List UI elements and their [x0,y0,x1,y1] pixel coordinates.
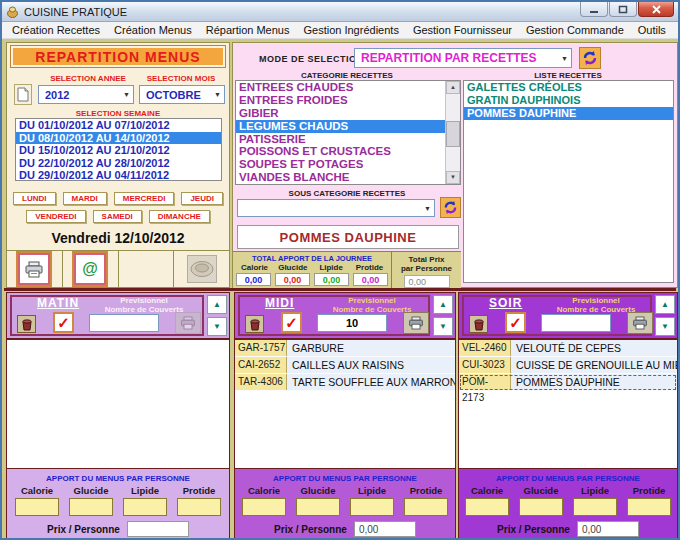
soir-delete-button[interactable] [469,315,488,333]
mois-select[interactable]: OCTOBRE ▼ [139,85,225,104]
spin-down-icon[interactable]: ▼ [433,317,453,336]
day-button-mercredi[interactable]: MERCREDI [114,192,175,205]
day-button-jeudi[interactable]: JEUDI [181,192,223,205]
soir-validate-checkbox[interactable]: ✓ [505,312,526,333]
refresh-sous-categorie-button[interactable] [440,197,461,218]
menu-row[interactable]: GAR-1757 GARBURE [235,340,455,357]
mode-select[interactable]: REPARTITION PAR RECETTES ▼ [354,48,572,68]
day-button-dimanche[interactable]: DIMANCHE [149,210,210,223]
recette-item[interactable]: GRATIN DAUPHINOIS [464,94,673,107]
selection-area: MODE DE SELECTION REPARTITION PAR RECETT… [232,42,678,288]
recipe-name: TARTE SOUFFLEE AUX MARRONS [287,374,455,390]
week-item[interactable]: DU 15/10/2012 AU 21/10/2012 [16,144,221,157]
menu-row[interactable]: CUI-3023 CUISSE DE GRENOUILLE AU MIEL [459,357,677,374]
midi-validate-checkbox[interactable]: ✓ [281,312,302,333]
sous-categorie-label: SOUS CATEGORIE RECETTES [233,189,461,198]
mode-label: MODE DE SELECTION [259,54,364,64]
menu-gestion-commande[interactable]: Gestion Commande [519,23,631,37]
spin-up-icon[interactable]: ▲ [207,295,227,314]
midi-header: MIDI Previsionnel Nombre de Couverts ✓ [235,293,455,338]
plate-button[interactable] [187,255,217,283]
scroll-up-icon[interactable]: ▲ [446,81,460,94]
matin-menu-list[interactable] [7,338,229,469]
categories-scrollbar[interactable]: ▲ ▼ [445,81,460,184]
soir-menu-list[interactable]: VEL-2460 VELOUTÉ DE CEPES CUI-3023 CUISS… [459,338,677,469]
day-button-mardi[interactable]: MARDI [63,192,107,205]
week-item-selected[interactable]: DU 08/10/2012 AU 14/10/2012 [16,132,221,145]
recipe-name: GARBURE [287,340,455,356]
matin-validate-checkbox[interactable]: ✓ [53,312,74,333]
spin-up-icon[interactable]: ▲ [655,295,675,314]
panel-title: REPARTITION MENUS [11,46,225,67]
maximize-button[interactable] [609,2,637,17]
recettes-listbox: GALETTES CRÉOLES GRATIN DAUPHINOIS POMME… [463,80,674,283]
menu-outils[interactable]: Outils [631,23,673,37]
recette-item-selected[interactable]: POMMES DAUPHINE [464,107,673,120]
annee-select[interactable]: 2012 ▼ [38,85,134,104]
refresh-mode-button[interactable] [579,47,601,69]
new-document-button[interactable] [14,84,32,105]
spin-down-icon[interactable]: ▼ [655,317,675,336]
day-button-samedi[interactable]: SAMEDI [93,210,142,223]
midi-couverts-input[interactable] [317,314,387,332]
protide-label: Protide [628,485,671,496]
category-item[interactable]: POISSONS ET CRUSTACES [236,145,445,158]
apport-columns: Calorie Glucide Lipide Protide [459,485,677,496]
menu-repartion-menus[interactable]: Répartion Menus [199,23,297,37]
email-search-button[interactable]: @ [74,253,106,285]
total-apport-columns: Calorie Glucide Lipide Protide [233,263,391,272]
midi-prix-personne-value[interactable] [354,521,416,537]
recette-item[interactable]: GALETTES CRÉOLES [464,81,673,94]
sous-categorie-select[interactable]: ▼ [237,199,435,217]
total-apport-values: 0,00 0,00 0,00 0,00 [233,273,391,286]
spin-down-icon[interactable]: ▼ [207,317,227,336]
week-item[interactable]: DU 22/10/2012 AU 28/10/2012 [16,157,221,170]
menu-creation-recettes[interactable]: Création Recettes [5,23,107,37]
glucide-value [519,498,563,516]
matin-delete-button[interactable] [17,315,36,333]
print-button[interactable] [18,253,50,285]
category-item-selected[interactable]: LEGUMES CHAUDS [236,120,445,133]
scroll-down-icon[interactable]: ▼ [446,171,460,184]
day-button-lundi[interactable]: LUNDI [13,192,55,205]
menu-row[interactable]: CAI-2652 CAILLES AUX RAISINS [235,357,455,374]
menu-gestion-fournisseur[interactable]: Gestion Fournisseur [406,23,519,37]
week-item[interactable]: DU 01/10/2012 AU 07/10/2012 [16,119,221,132]
category-item[interactable]: ENTREES CHAUDES [236,81,445,94]
category-item[interactable]: ENTREES FROIDES [236,94,445,107]
category-item[interactable]: VIANDES BLANCHE [236,171,445,184]
apport-values [459,498,677,516]
week-item[interactable]: DU 29/10/2012 AU 04/11/2012 [16,169,221,181]
midi-print-button[interactable] [403,312,429,334]
matin-print-button[interactable] [175,312,201,334]
menu-creation-menus[interactable]: Création Menus [107,23,199,37]
scrollbar-thumb[interactable] [446,121,460,147]
spin-up-icon[interactable]: ▲ [433,295,453,314]
matin-title: MATIN [37,296,79,310]
soir-print-button[interactable] [627,312,653,334]
empty-cell [119,251,175,287]
prix-personne-label: Prix / Personne [274,524,347,535]
annee-label: SELECTION ANNEE [41,74,135,83]
plate-cell [174,251,229,287]
minimize-button[interactable] [580,2,608,17]
day-button-vendredi[interactable]: VENDREDI [26,210,85,223]
menu-row-focused[interactable]: POM-2173 POMMES DAUPHINE [459,374,677,391]
menu-gestion-ingredients[interactable]: Gestion Ingrédients [296,23,405,37]
category-item[interactable]: PATISSERIE [236,133,445,146]
recipe-name: CAILLES AUX RAISINS [287,357,455,373]
calorie-total: 0,00 [236,273,271,286]
soir-prix-personne-value[interactable] [577,521,639,537]
soir-couverts-input[interactable] [541,314,611,332]
category-item[interactable]: SOUPES ET POTAGES [236,158,445,171]
midi-delete-button[interactable] [245,315,264,333]
matin-couverts-input[interactable] [89,314,159,332]
close-button[interactable] [638,2,674,17]
category-item[interactable]: GIBIER [236,107,445,120]
menu-row[interactable]: VEL-2460 VELOUTÉ DE CEPES [459,340,677,357]
midi-menu-list[interactable]: GAR-1757 GARBURE CAI-2652 CAILLES AUX RA… [235,338,455,469]
menu-row[interactable]: TAR-4306 TARTE SOUFFLEE AUX MARRONS [235,374,455,391]
protide-total: 0,00 [353,273,388,286]
matin-prix-personne-value[interactable] [127,521,189,537]
menu-parametre-impression[interactable]: Parametre Impression [673,23,680,37]
